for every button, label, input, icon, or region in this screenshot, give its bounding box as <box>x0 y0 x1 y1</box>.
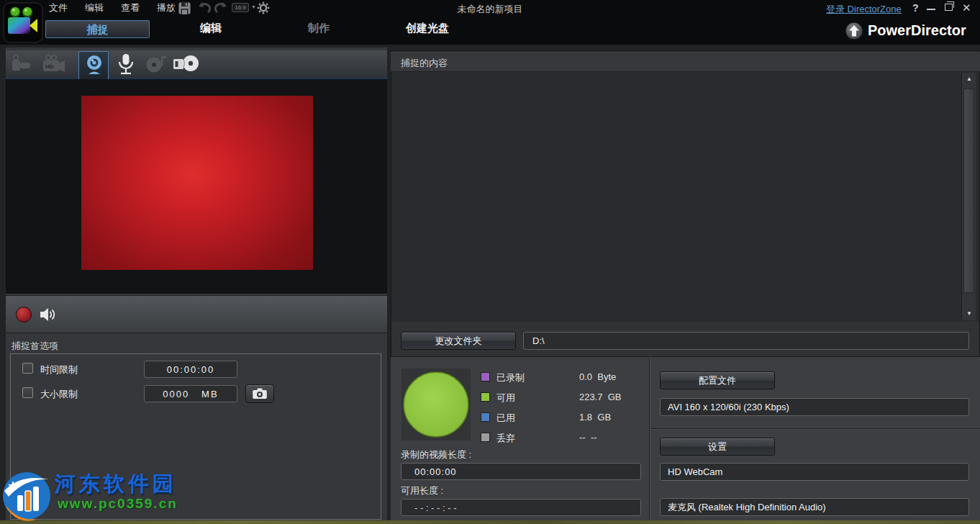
legend-value: 223.7 GB <box>579 392 622 402</box>
profile-value: AVI 160 x 120/60i (230 Kbps) <box>660 398 969 416</box>
camera-icon <box>252 388 268 399</box>
legend-row-recorded: 已录制 0.0 Byte <box>481 372 648 384</box>
legend-row-used: 已用 1.8 GB <box>481 412 648 424</box>
tab-create-disc[interactable]: 创建光盘 <box>370 22 485 35</box>
app-logo-icon <box>3 2 43 43</box>
scroll-up-icon[interactable]: ▲ <box>962 73 976 86</box>
legend-label: 已录制 <box>496 371 525 384</box>
webcam-video-feed <box>81 96 313 270</box>
toolbar-separator <box>173 3 174 13</box>
menu-view[interactable]: 查看 <box>112 0 148 16</box>
legend-row-available: 可用 223.7 GB <box>481 392 648 404</box>
disk-usage-pie <box>401 369 471 441</box>
legend-label: 丢弃 <box>496 432 515 445</box>
scrollbar: ▲ ▼ <box>961 73 976 320</box>
volume-icon[interactable] <box>40 307 57 322</box>
save-icon[interactable] <box>178 2 193 14</box>
profile-button[interactable]: 配置文件 <box>660 371 775 389</box>
record-button[interactable] <box>16 307 32 322</box>
hd-camcorder-icon: HD <box>42 53 66 76</box>
captured-content-title: 捕捉的内容 <box>401 57 448 70</box>
tab-edit[interactable]: 编辑 <box>164 22 258 35</box>
legend-swatch-recorded <box>481 372 490 381</box>
legend-swatch-used <box>481 412 490 422</box>
capture-device-value: HD WebCam <box>660 463 969 481</box>
help-icon[interactable]: ? <box>912 2 919 14</box>
desktop-edge-strip <box>0 520 980 524</box>
legend-value: 0.0 Byte <box>579 371 616 382</box>
legend-swatch-discarded <box>481 433 490 442</box>
redo-icon <box>214 2 229 14</box>
svg-text:HD: HD <box>45 63 54 70</box>
scrollbar-thumb[interactable] <box>963 89 974 293</box>
size-limit-label: 大小限制 <box>40 388 78 401</box>
legend-row-discarded: 丢弃 -- -- <box>481 433 648 444</box>
size-limit-checkbox[interactable] <box>22 387 33 398</box>
menu-file[interactable]: 文件 <box>40 0 76 16</box>
menu-bar: 文件 编辑 查看 播放 <box>40 0 184 16</box>
watermark-logo-icon <box>1 471 52 521</box>
microphone-icon[interactable] <box>115 53 140 76</box>
capture-folder-path: D:\ <box>523 332 969 350</box>
optical-disc-icon[interactable] <box>173 53 197 76</box>
recorded-length-value: 00:00:00 <box>401 463 641 480</box>
aspect-ratio-button[interactable]: 16:9 <box>232 3 249 12</box>
brand-name: PowerDirector <box>868 22 966 39</box>
audio-cd-icon <box>144 53 168 76</box>
scroll-down-icon[interactable]: ▼ <box>962 307 976 320</box>
powerdirector-window: 文件 编辑 查看 播放 16:9 ▼ <box>0 0 980 524</box>
aspect-ratio-dropdown-icon[interactable]: ▼ <box>251 4 256 9</box>
undo-icon <box>196 2 211 14</box>
settings-button[interactable]: 设置 <box>660 438 775 456</box>
captured-content-header: 捕捉的内容 <box>391 52 980 72</box>
legend-label: 已用 <box>496 412 515 425</box>
tab-produce[interactable]: 制作 <box>272 22 366 35</box>
capture-preferences-title: 捕捉首选项 <box>12 340 58 353</box>
legend-swatch-available <box>481 392 490 402</box>
horizontal-divider-highlight <box>651 429 980 430</box>
available-length-value: - - : - - : - - <box>401 499 641 516</box>
watermark-site-name: 河东软件园 <box>55 470 177 499</box>
record-controls-bar <box>6 295 387 333</box>
size-limit-input[interactable]: 0000 MB <box>144 385 237 402</box>
login-directorzone-link[interactable]: 登录 DirectorZone <box>826 3 902 16</box>
menu-edit[interactable]: 编辑 <box>76 0 112 16</box>
disk-usage-chart-box <box>401 369 471 441</box>
snapshot-button[interactable] <box>245 384 274 403</box>
time-limit-input[interactable]: 00:00:00 <box>144 361 237 378</box>
vertical-divider-highlight <box>650 356 650 520</box>
watermark-site-url: www.pc0359.cn <box>58 496 178 512</box>
legend-value: -- -- <box>579 432 597 443</box>
gear-icon[interactable] <box>257 1 270 14</box>
captured-content-list[interactable] <box>391 72 979 322</box>
tab-capture[interactable]: 捕捉 <box>45 20 150 38</box>
dv-camcorder-icon <box>10 53 35 76</box>
minimize-icon[interactable] <box>927 9 935 10</box>
restore-icon[interactable] <box>945 4 953 11</box>
available-length-label: 可用长度 : <box>401 484 443 497</box>
legend-label: 可用 <box>496 392 515 405</box>
change-folder-button[interactable]: 更改文件夹 <box>401 332 516 350</box>
audio-device-value: 麦克风 (Realtek High Definition Audio) <box>660 498 969 516</box>
webcam-icon[interactable] <box>82 53 106 76</box>
time-limit-checkbox[interactable] <box>22 363 33 374</box>
legend-value: 1.8 GB <box>579 412 611 423</box>
powerdirector-logo-icon <box>845 22 863 40</box>
close-icon[interactable]: ✕ <box>962 1 971 14</box>
recorded-length-label: 录制的视频长度 : <box>401 448 471 461</box>
time-limit-label: 时间限制 <box>40 363 78 376</box>
